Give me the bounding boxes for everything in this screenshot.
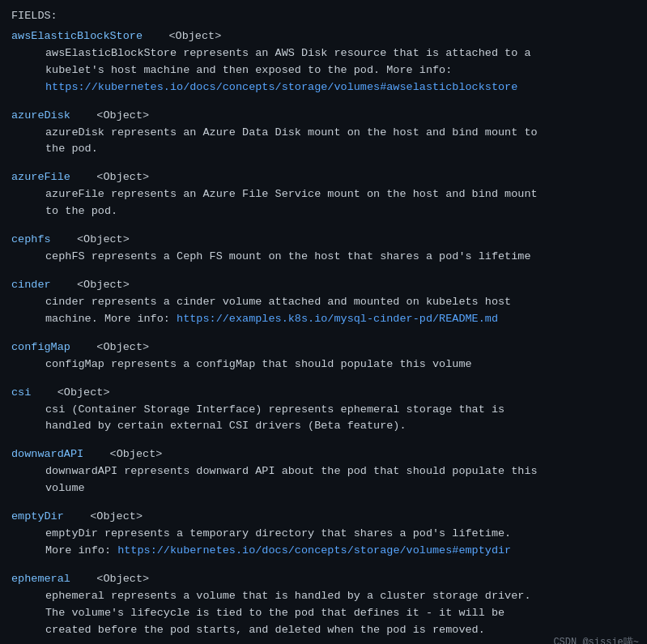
- field-type: <Object>: [83, 448, 162, 460]
- field-name: csi: [11, 386, 31, 399]
- field-description-line: More info: https://kubernetes.io/docs/co…: [45, 543, 636, 560]
- field-name: azureDisk: [11, 109, 70, 122]
- field-name: downwardAPI: [11, 448, 83, 460]
- field-type: <Object>: [51, 279, 130, 291]
- field-block: configMap <Object>configMap represents a…: [11, 339, 636, 373]
- field-block: cephfs <Object>cephFS represents a Ceph …: [11, 232, 636, 266]
- field-header: configMap <Object>: [11, 339, 636, 356]
- field-type: <Object>: [64, 510, 143, 522]
- field-block: csi <Object>csi (Container Storage Inter…: [11, 385, 636, 436]
- field-type: <Object>: [70, 171, 149, 183]
- field-block: cinder <Object>cinder represents a cinde…: [11, 277, 636, 328]
- field-name: ephemeral: [11, 573, 70, 585]
- field-description-line: downwardAPI represents downward API abou…: [45, 463, 636, 480]
- field-name: configMap: [11, 341, 70, 353]
- field-description-line: volume: [45, 480, 636, 497]
- field-block: emptyDir <Object>emptyDir represents a t…: [11, 509, 636, 560]
- field-description-line: created before the pod starts, and delet…: [45, 622, 636, 639]
- field-block: ephemeral <Object>ephemeral represents a…: [11, 571, 636, 639]
- field-description-line: handled by certain external CSI drivers …: [45, 418, 636, 435]
- field-description-line: emptyDir represents a temporary director…: [45, 526, 636, 543]
- field-type: <Object>: [31, 386, 109, 399]
- field-type: <Object>: [70, 573, 149, 585]
- field-description-line: configMap represents a configMap that sh…: [45, 356, 636, 373]
- fields-container: awsElasticBlockStore <Object>awsElasticB…: [11, 28, 636, 639]
- field-type: <Object>: [51, 233, 130, 245]
- watermark: CSDN @sissie喵~: [553, 635, 639, 644]
- field-name: cephfs: [11, 233, 51, 245]
- field-description-line: azureFile represents an Azure File Servi…: [45, 186, 636, 203]
- field-description-line: awsElasticBlockStore represents an AWS D…: [45, 45, 636, 62]
- field-block: downwardAPI <Object>downwardAPI represen…: [11, 446, 636, 497]
- field-name: emptyDir: [11, 510, 64, 522]
- field-header: awsElasticBlockStore <Object>: [11, 28, 636, 45]
- field-name: awsElasticBlockStore: [11, 30, 143, 42]
- field-block: azureDisk <Object>azureDisk represents a…: [11, 108, 636, 159]
- field-description-line: the pod.: [45, 141, 636, 158]
- field-description-line: kubelet's host machine and then exposed …: [45, 62, 636, 79]
- field-type: <Object>: [143, 30, 221, 42]
- field-header: ephemeral <Object>: [11, 571, 636, 588]
- field-block: awsElasticBlockStore <Object>awsElasticB…: [11, 28, 636, 96]
- field-header: cephfs <Object>: [11, 232, 636, 249]
- field-description-line: cephFS represents a Ceph FS mount on the…: [45, 249, 636, 266]
- field-type: <Object>: [70, 341, 149, 353]
- field-description-line: ephemeral represents a volume that is ha…: [45, 588, 636, 605]
- field-header: emptyDir <Object>: [11, 509, 636, 526]
- field-description-line: azureDisk represents an Azure Data Disk …: [45, 125, 636, 142]
- fields-label: FIELDS:: [11, 8, 636, 25]
- field-name: cinder: [11, 279, 51, 291]
- field-description-line: to the pod.: [45, 203, 636, 220]
- field-description-line: https://kubernetes.io/docs/concepts/stor…: [45, 79, 636, 96]
- field-type: <Object>: [70, 109, 149, 122]
- field-description-line: csi (Container Storage Interface) repres…: [45, 402, 636, 419]
- field-description-line: machine. More info: https://examples.k8s…: [45, 311, 636, 328]
- field-header: azureFile <Object>: [11, 169, 636, 186]
- field-header: csi <Object>: [11, 385, 636, 402]
- field-header: azureDisk <Object>: [11, 108, 636, 125]
- field-description-line: cinder represents a cinder volume attach…: [45, 294, 636, 311]
- field-name: azureFile: [11, 171, 70, 183]
- field-header: downwardAPI <Object>: [11, 446, 636, 463]
- field-block: azureFile <Object>azureFile represents a…: [11, 169, 636, 220]
- field-description-line: The volume's lifecycle is tied to the po…: [45, 605, 636, 622]
- field-header: cinder <Object>: [11, 277, 636, 294]
